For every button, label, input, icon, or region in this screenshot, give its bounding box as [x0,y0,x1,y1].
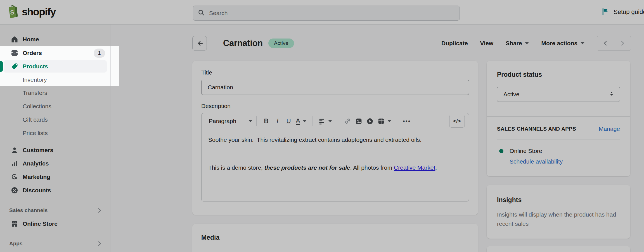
orders-icon [10,49,19,57]
sidebar-item-label: Orders [23,50,42,56]
sidebar-item-inventory[interactable]: Inventory [0,73,119,87]
orders-count-badge: 1 [94,49,105,58]
shopify-admin-page: S shopify Setup guide [0,0,644,252]
sidebar-item-products-active[interactable]: Products [0,60,119,73]
sidebar-item-orders[interactable]: Orders 1 [0,46,119,60]
sidebar-spotlight-highlight: Orders 1 Products Inventory [0,46,119,86]
sidebar-item-label: Inventory [23,76,47,83]
tag-icon [10,62,19,71]
dim-overlay [0,0,644,252]
sidebar-item-label: Products [23,63,48,70]
